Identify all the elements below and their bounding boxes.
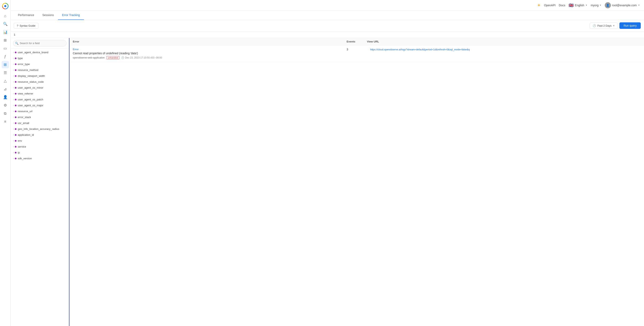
sidebar-item-charts[interactable]: 📊 — [2, 28, 9, 36]
field-label: ip — [18, 151, 20, 154]
svg-point-1 — [4, 5, 6, 7]
result-events-col: 3 — [346, 48, 367, 59]
field-item-resource-url[interactable]: › resource_url — [10, 108, 69, 114]
sidebar-item-search[interactable]: 🔍 — [2, 20, 9, 28]
tabs-bar: Performance Sessions Error Tracking — [10, 10, 644, 20]
field-item-user-agent-device-brand[interactable]: › user_agent_device_brand — [10, 50, 69, 55]
field-label: service — [18, 145, 26, 148]
language-chevron-icon: ▼ — [586, 4, 588, 6]
field-chevron-icon: › — [13, 110, 14, 112]
avatar: 👤 — [605, 2, 611, 8]
tab-error-tracking[interactable]: Error Tracking — [58, 10, 84, 20]
field-item-application-id[interactable]: › application_id — [10, 132, 69, 138]
flag-icon: 🇬🇧 — [568, 3, 574, 8]
view-url-link[interactable]: https://cloud.openobserve.ai/logs?stream… — [370, 48, 470, 51]
field-item-sdk-version[interactable]: › sdk_version — [10, 156, 69, 161]
org-chevron-icon: ▼ — [600, 4, 602, 6]
app-container: ⌂ 🔍 📊 ⊞ ▭ ƒ ⊞ ☰ △ ⊿ 👤 ⚙ ⧉ ≡ ☀ OpenAPI Do… — [0, 0, 644, 326]
theme-toggle-icon[interactable]: ☀ — [537, 3, 541, 8]
field-dot-icon — [15, 52, 16, 53]
sidebar-item-users[interactable]: 👤 — [2, 94, 9, 101]
top-header: ☀ OpenAPI Docs 🇬🇧 English ▼ myorg ▼ 👤 ro… — [10, 0, 644, 10]
field-dot-icon — [15, 75, 16, 77]
field-label: env — [18, 139, 22, 142]
field-label: error_type — [18, 62, 30, 66]
field-item-error-stack[interactable]: › error_stack — [10, 114, 69, 120]
openapi-link[interactable]: OpenAPI — [544, 4, 556, 7]
field-item-resource-status-code[interactable]: › resource_status_code — [10, 79, 69, 85]
fields-search-input[interactable] — [13, 40, 66, 46]
field-item-user-agent-os-patch[interactable]: › user_agent_os_patch — [10, 96, 69, 102]
field-item-geo-info[interactable]: › geo_info_location_accuracy_radius — [10, 126, 69, 132]
user-chevron-icon: ▼ — [638, 4, 640, 6]
sidebar-item-settings[interactable]: ⚙ — [2, 102, 9, 109]
org-selector[interactable]: myorg ▼ — [591, 4, 602, 7]
search-icon: 🔍 — [15, 42, 18, 45]
field-chevron-icon: › — [13, 75, 14, 77]
app-logo[interactable] — [2, 2, 9, 10]
field-label: display_viewport_width — [18, 74, 45, 78]
body-split: 🔍 › user_agent_device_brand › — [10, 38, 644, 326]
field-dot-icon — [15, 146, 16, 148]
field-label: user_agent_device_brand — [18, 51, 48, 54]
field-chevron-icon: › — [13, 69, 14, 71]
result-row: Error Cannot read properties of undefine… — [70, 45, 644, 62]
sidebar-item-home[interactable]: ⌂ — [2, 12, 9, 20]
user-email: root@example.com — [612, 4, 637, 7]
field-chevron-icon: › — [13, 152, 14, 154]
field-dot-icon — [15, 122, 16, 124]
sidebar-item-dashboards[interactable]: ⊞ — [2, 36, 9, 44]
field-dot-icon — [15, 93, 16, 94]
result-row-inner: Error Cannot read properties of undefine… — [73, 48, 641, 59]
toolbar-right: 🕐 Past 2 Days ▼ Run query — [590, 22, 641, 29]
field-label: type — [18, 57, 23, 60]
sidebar-item-functions[interactable]: ƒ — [2, 53, 9, 60]
sidebar-item-table[interactable]: ☰ — [2, 69, 9, 76]
field-dot-icon — [15, 87, 16, 88]
field-item-usr-email[interactable]: › usr_email — [10, 120, 69, 126]
syntax-guide-button[interactable]: ? Syntax Guide — [14, 23, 38, 29]
clock-icon: 🕐 — [121, 56, 124, 59]
field-item-env[interactable]: › env — [10, 138, 69, 144]
field-item-user-agent-os-minor[interactable]: › user_agent_os_minor — [10, 85, 69, 91]
sidebar-item-grid[interactable]: ⊞ — [2, 61, 9, 68]
field-item-type[interactable]: › type — [10, 55, 69, 61]
sidebar-item-integrations[interactable]: ⧉ — [2, 110, 9, 117]
field-dot-icon — [15, 64, 16, 65]
fields-search-container: 🔍 — [10, 38, 69, 48]
tab-sessions[interactable]: Sessions — [38, 10, 58, 20]
docs-link[interactable]: Docs — [559, 4, 565, 7]
field-dot-icon — [15, 158, 16, 159]
time-range-chevron-icon: ▼ — [613, 24, 615, 27]
time-range-selector[interactable]: 🕐 Past 2 Days ▼ — [590, 22, 618, 29]
sidebar-item-filter[interactable]: ⊿ — [2, 85, 9, 93]
user-selector[interactable]: 👤 root@example.com ▼ — [605, 2, 640, 8]
language-selector[interactable]: 🇬🇧 English ▼ — [568, 3, 588, 8]
tab-performance[interactable]: Performance — [14, 10, 38, 20]
field-item-view-referrer[interactable]: › view_referrer — [10, 91, 69, 96]
field-item-error-type[interactable]: › error_type — [10, 61, 69, 67]
field-chevron-icon: › — [13, 146, 14, 148]
column-header-events: Events — [346, 40, 367, 43]
field-item-resource-method[interactable]: › resource_method — [10, 67, 69, 73]
field-item-ip[interactable]: › ip — [10, 150, 69, 156]
field-chevron-icon: › — [13, 140, 14, 142]
sidebar-item-logs[interactable]: ≡ — [2, 118, 9, 125]
field-item-user-agent-os-major[interactable]: › user_agent_os_major — [10, 102, 69, 108]
field-item-service[interactable]: › service — [10, 144, 69, 150]
error-label: Error — [73, 48, 343, 51]
field-chevron-icon: › — [13, 57, 14, 59]
field-label: resource_url — [18, 110, 32, 113]
run-query-button[interactable]: Run query — [620, 22, 641, 29]
field-chevron-icon: › — [13, 157, 14, 160]
field-item-display-viewport-width[interactable]: › display_viewport_width — [10, 73, 69, 79]
field-label: user_agent_os_minor — [18, 86, 43, 89]
results-table-header: Error Events View URL — [70, 38, 644, 45]
content-area: Performance Sessions Error Tracking ? Sy… — [10, 10, 644, 326]
sidebar-item-alerts[interactable]: △ — [2, 77, 9, 84]
field-label: sdk_version — [18, 157, 32, 160]
language-label: English — [575, 4, 584, 7]
error-meta: openobserve-web-application unhandled 🕐 … — [73, 56, 343, 59]
org-label: myorg — [591, 4, 599, 7]
sidebar-item-reports[interactable]: ▭ — [2, 45, 9, 52]
